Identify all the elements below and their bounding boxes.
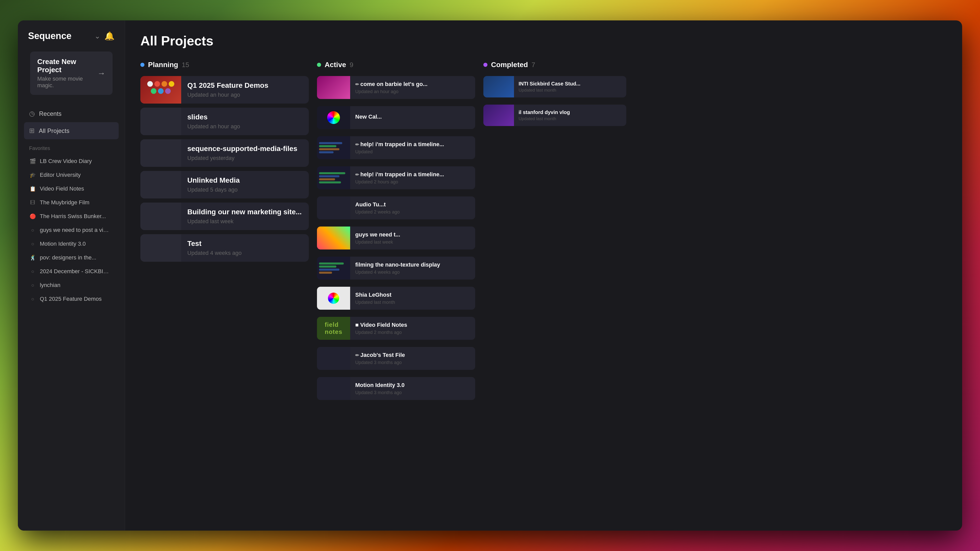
active-card-field-notes[interactable]: fieldnotes ■ Video Field Notes Updated 2… [317,317,475,340]
project-info: slides Updated an hour ago [181,108,309,135]
sidebar-item-all-projects[interactable]: ⊞ All Projects [24,122,119,139]
active-card-trapped-1[interactable]: ✏ help! i'm trapped in a timeline... Upd… [317,136,475,159]
project-card-marketing-site[interactable]: Building our new marketing site... Updat… [140,203,309,230]
timeline-row [319,172,345,174]
create-new-button[interactable]: Create New Project Make some movie magic… [30,52,113,95]
active-name: ■ Video Field Notes [355,322,470,328]
completed-updated: Updated last month [519,88,622,93]
favorite-label: The Harris Swiss Bunker... [40,213,106,220]
timeline-thumb [317,136,350,159]
completed-project-list: INTI Sickbird Case Stud... Updated last … [484,76,626,129]
favorite-item-6[interactable]: ○Motion Identity 3.0 [24,237,119,251]
active-card-trapped-2[interactable]: ✏ help! i'm trapped in a timeline... Upd… [317,166,475,189]
completed-card-inti[interactable]: INTI Sickbird Case Stud... Updated last … [484,76,626,97]
project-thumbnail [140,203,181,230]
favorite-item-9[interactable]: ○lynchian [24,278,119,292]
active-header: Active 9 [317,61,475,69]
active-name: New Cal... [355,114,470,120]
favorite-item-8[interactable]: ○2024 December - SICKBIRD ... [24,265,119,278]
favorite-item-2[interactable]: 📋Video Field Notes [24,182,119,196]
project-card-inner: slides Updated an hour ago [140,108,309,135]
create-new-text: Create New Project Make some movie magic… [37,58,97,89]
fav-icon: 🎓 [29,172,36,178]
project-info: Unlinked Media Updated 5 days ago [181,171,309,198]
favorites-header: Favorites [18,139,125,154]
completed-card-stanford[interactable]: il stanford dyvin vlog Updated last mont… [484,105,626,126]
page-title: All Projects [140,33,947,48]
active-card-nano-texture[interactable]: filming the nano-texture display Updated… [317,257,475,279]
active-card-audio-tutorial[interactable]: Audio Tu...t Updated 2 weeks ago [317,197,475,219]
project-name: Unlinked Media [187,176,303,184]
timeline-row [319,272,332,274]
planning-count: 15 [182,61,189,69]
active-updated: Updated 3 months ago [355,360,470,365]
active-card-jacobs-test[interactable]: ✏ Jacob's Test File Updated 3 months ago [317,347,475,370]
active-thumb: fieldnotes [317,317,350,340]
fav-icon: 🎞 [29,200,36,206]
completed-name: il stanford dyvin vlog [519,110,622,115]
fav-icon: 🕺 [29,254,36,261]
active-updated: Updated 3 months ago [355,390,470,395]
project-card-test[interactable]: Test Updated 4 weeks ago [140,234,309,262]
project-card-unlinked-media[interactable]: Unlinked Media Updated 5 days ago [140,171,309,198]
project-updated: Updated yesterday [187,155,303,162]
active-updated: Updated an hour ago [355,89,470,94]
active-name: guys we need t... [355,231,470,238]
active-card-guys-post[interactable]: guys we need t... Updated last week [317,227,475,249]
active-info: guys we need t... Updated last week [350,228,475,248]
favorite-item-3[interactable]: 🎞The Muybridge Film [24,196,119,210]
recents-label: Recents [39,110,62,118]
favorite-item-0[interactable]: 🎬LB Crew Video Diary [24,154,119,168]
active-card-motion-identity[interactable]: Motion Identity 3.0 Updated 3 months ago [317,377,475,400]
circle [151,88,156,94]
favorite-item-7[interactable]: 🕺pov: designers in the... [24,251,119,265]
arrow-right-icon: → [97,68,105,78]
active-name: Audio Tu...t [355,201,470,208]
fav-icon: ○ [29,241,36,247]
planning-status-dot [140,63,145,67]
favorite-label: pov: designers in the... [40,254,96,261]
active-card-shia[interactable]: Shia LeGhost Updated last month [317,287,475,310]
sidebar: Sequence ⌄ 🔔 Create New Project Make som… [18,21,125,530]
active-title: Active [325,61,346,69]
favorite-item-4[interactable]: 🔴The Harris Swiss Bunker... [24,210,119,223]
project-info: Building our new marketing site... Updat… [181,203,309,230]
completed-thumb [484,105,514,126]
planning-title: Planning [148,61,178,69]
sidebar-item-recents[interactable]: ◷ Recents [24,105,119,122]
favorite-label: Editor University [40,171,81,178]
favorite-label: The Muybridge Film [40,199,89,206]
project-card-q1-feature-demos[interactable]: Q1 2025 Feature Demos Updated an hour ag… [140,76,309,103]
favorite-item-10[interactable]: ○Q1 2025 Feature Demos [24,292,119,306]
project-card-inner: Q1 2025 Feature Demos Updated an hour ag… [140,76,309,103]
circle [154,81,160,87]
thumb-colorwheel [140,76,181,99]
sidebar-header-icons: ⌄ 🔔 [94,31,115,41]
active-updated: Updated 4 weeks ago [355,270,470,275]
sidebar-create-section: Create New Project Make some movie magic… [18,52,125,105]
active-card-new-cal[interactable]: New Cal... [317,106,475,129]
active-thumb [317,227,350,249]
project-updated: Updated 5 days ago [187,186,303,193]
project-thumbnail [140,108,181,135]
active-card-barbie[interactable]: ✏ come on barbie let's go... Updated an … [317,76,475,99]
project-name: Test [187,240,303,248]
active-updated: Updated last week [355,240,470,245]
grid-icon: ⊞ [29,127,35,135]
project-card-inner: Test Updated 4 weeks ago [140,234,309,262]
project-name: slides [187,113,303,121]
favorite-item-1[interactable]: 🎓Editor University [24,168,119,182]
chevron-down-icon[interactable]: ⌄ [94,32,100,40]
circle [147,81,153,87]
project-card-sequence-media[interactable]: sequence-supported-media-files Updated y… [140,139,309,167]
bell-icon[interactable]: 🔔 [104,31,115,41]
completed-thumb [484,76,514,97]
active-count: 9 [350,61,353,69]
favorite-item-5[interactable]: ○guys we need to post a video [24,223,119,237]
project-card-slides[interactable]: slides Updated an hour ago [140,108,309,135]
project-name: Q1 2025 Feature Demos [187,81,303,89]
active-info: Shia LeGhost Updated last month [350,288,475,309]
project-thumbnail [140,171,181,198]
active-thumb [317,197,350,219]
active-info: filming the nano-texture display Updated… [350,258,475,279]
